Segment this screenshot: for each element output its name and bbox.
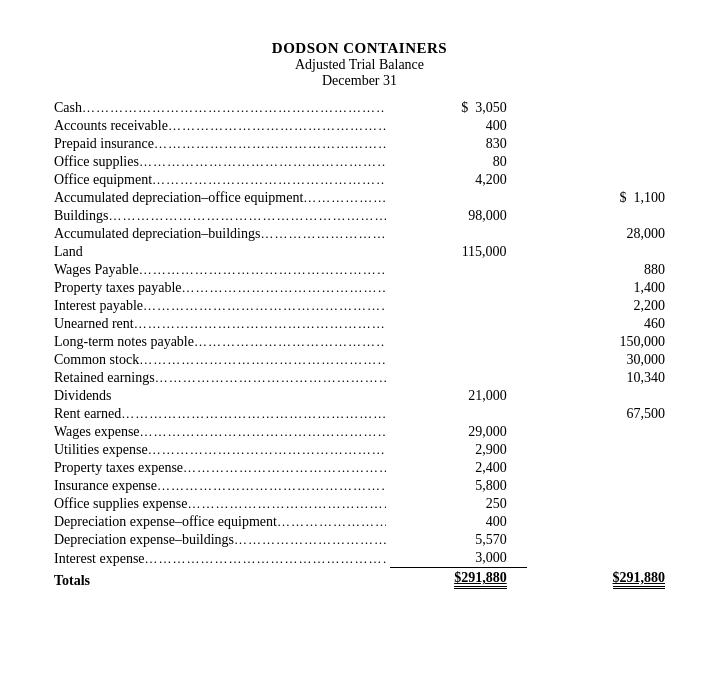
table-row: Accounts receivable………………………………………………………… xyxy=(50,117,669,135)
debit-cell xyxy=(390,315,526,333)
debit-cell xyxy=(390,351,526,369)
table-row: Office supplies expense……………………………………………… xyxy=(50,495,669,513)
account-cell: Accounts receivable………………………………………………………… xyxy=(50,117,390,135)
debit-cell xyxy=(390,369,526,387)
debit-cell: $ 3,050 xyxy=(390,99,526,117)
debit-cell xyxy=(390,261,526,279)
debit-cell xyxy=(390,189,526,207)
account-cell: Buildings…………………………………………………………………………………… xyxy=(50,207,390,225)
debit-cell xyxy=(390,333,526,351)
table-row: Depreciation expense–office equipment………… xyxy=(50,513,669,531)
debit-cell: 3,000 xyxy=(390,549,526,568)
credit-cell xyxy=(527,441,669,459)
credit-cell: 460 xyxy=(527,315,669,333)
debit-cell: 2,900 xyxy=(390,441,526,459)
credit-cell: 880 xyxy=(527,261,669,279)
account-name: Dividends xyxy=(54,388,112,403)
account-cell: Long-term notes payable……………………………………………… xyxy=(50,333,390,351)
page: DODSON CONTAINERS Adjusted Trial Balance… xyxy=(20,20,699,696)
account-cell: Depreciation expense–office equipment………… xyxy=(50,513,390,531)
totals-credit: $291,880 xyxy=(527,568,669,591)
account-cell: Office supplies…………………………………………………………………… xyxy=(50,153,390,171)
credit-cell: $ 1,100 xyxy=(527,189,669,207)
table-row: Office supplies…………………………………………………………………… xyxy=(50,153,669,171)
totals-row: Totals$291,880$291,880 xyxy=(50,568,669,591)
credit-cell xyxy=(527,171,669,189)
table-row: Insurance expense……………………………………………………………… xyxy=(50,477,669,495)
account-name: Land xyxy=(54,244,83,259)
account-cell: Cash………………………………………………………………………………………… xyxy=(50,99,390,117)
debit-cell: 80 xyxy=(390,153,526,171)
debit-cell: 115,000 xyxy=(390,243,526,261)
table-row: Interest expense………………………………………………………………… xyxy=(50,549,669,568)
debit-cell xyxy=(390,225,526,243)
table-row: Buildings…………………………………………………………………………………… xyxy=(50,207,669,225)
table-row: Accumulated depreciation–office equipmen… xyxy=(50,189,669,207)
credit-cell xyxy=(527,135,669,153)
debit-cell: 5,570 xyxy=(390,531,526,549)
credit-cell: 67,500 xyxy=(527,405,669,423)
account-cell: Interest payable………………………………………………………………… xyxy=(50,297,390,315)
table-row: Office equipment………………………………………………………………… xyxy=(50,171,669,189)
account-cell: Accumulated depreciation–buildings………………… xyxy=(50,225,390,243)
table-row: Interest payable………………………………………………………………… xyxy=(50,297,669,315)
credit-cell xyxy=(527,531,669,549)
table-row: Utilities expense……………………………………………………………… xyxy=(50,441,669,459)
account-cell: Common stock…………………………………………………………………………… xyxy=(50,351,390,369)
credit-cell: 2,200 xyxy=(527,297,669,315)
table-row: Cash…………………………………………………………………………………………$ … xyxy=(50,99,669,117)
account-cell: Land xyxy=(50,243,390,261)
report-date: December 31 xyxy=(50,73,669,89)
account-cell: Interest expense………………………………………………………………… xyxy=(50,549,390,568)
company-name: DODSON CONTAINERS xyxy=(50,40,669,57)
credit-cell: 150,000 xyxy=(527,333,669,351)
debit-cell: 5,800 xyxy=(390,477,526,495)
account-cell: Depreciation expense–buildings…………………………… xyxy=(50,531,390,549)
credit-cell xyxy=(527,207,669,225)
account-cell: Property taxes payable………………………………………………… xyxy=(50,279,390,297)
account-cell: Wages Payable………………………………………………………………………… xyxy=(50,261,390,279)
debit-cell: 830 xyxy=(390,135,526,153)
table-row: Prepaid insurance……………………………………………………………… xyxy=(50,135,669,153)
credit-cell xyxy=(527,243,669,261)
trial-balance-table: Cash…………………………………………………………………………………………$ … xyxy=(50,99,669,590)
credit-cell xyxy=(527,495,669,513)
header: DODSON CONTAINERS Adjusted Trial Balance… xyxy=(50,40,669,89)
credit-cell: 10,340 xyxy=(527,369,669,387)
debit-cell: 4,200 xyxy=(390,171,526,189)
table-row: Depreciation expense–buildings…………………………… xyxy=(50,531,669,549)
debit-cell: 400 xyxy=(390,117,526,135)
table-row: Wages expense………………………………………………………………………… xyxy=(50,423,669,441)
debit-cell: 98,000 xyxy=(390,207,526,225)
table-row: Accumulated depreciation–buildings………………… xyxy=(50,225,669,243)
debit-cell: 29,000 xyxy=(390,423,526,441)
totals-debit: $291,880 xyxy=(390,568,526,591)
account-cell: Office equipment………………………………………………………………… xyxy=(50,171,390,189)
table-row: Retained earnings……………………………………………………………… xyxy=(50,369,669,387)
credit-cell: 28,000 xyxy=(527,225,669,243)
table-row: Dividends21,000 xyxy=(50,387,669,405)
credit-cell xyxy=(527,459,669,477)
table-row: Common stock…………………………………………………………………………… xyxy=(50,351,669,369)
credit-cell xyxy=(527,477,669,495)
account-cell: Dividends xyxy=(50,387,390,405)
credit-cell xyxy=(527,99,669,117)
account-cell: Unearned rent………………………………………………………………………… xyxy=(50,315,390,333)
credit-cell xyxy=(527,117,669,135)
table-row: Land115,000 xyxy=(50,243,669,261)
credit-cell xyxy=(527,423,669,441)
account-cell: Prepaid insurance……………………………………………………………… xyxy=(50,135,390,153)
credit-cell xyxy=(527,153,669,171)
debit-cell: 400 xyxy=(390,513,526,531)
account-cell: Utilities expense……………………………………………………………… xyxy=(50,441,390,459)
credit-cell: 30,000 xyxy=(527,351,669,369)
account-cell: Rent earned……………………………………………………………………………… xyxy=(50,405,390,423)
account-cell: Office supplies expense……………………………………………… xyxy=(50,495,390,513)
table-row: Rent earned……………………………………………………………………………… xyxy=(50,405,669,423)
debit-cell xyxy=(390,279,526,297)
table-row: Property taxes expense………………………………………………… xyxy=(50,459,669,477)
account-cell: Accumulated depreciation–office equipmen… xyxy=(50,189,390,207)
account-cell: Retained earnings……………………………………………………………… xyxy=(50,369,390,387)
debit-cell: 2,400 xyxy=(390,459,526,477)
credit-cell xyxy=(527,513,669,531)
